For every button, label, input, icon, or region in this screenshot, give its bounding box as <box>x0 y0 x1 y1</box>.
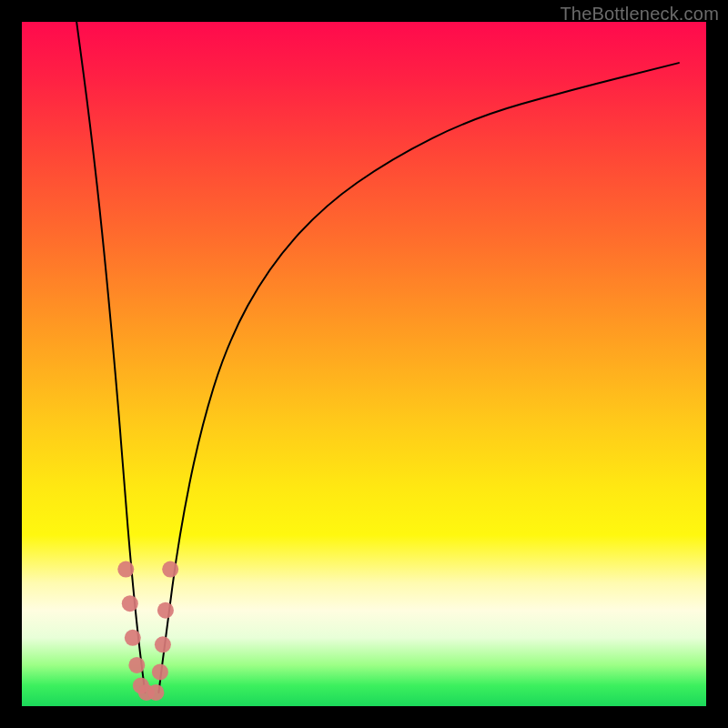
marker-dot <box>147 684 164 701</box>
marker-dot <box>152 663 168 680</box>
chart-svg <box>22 22 706 706</box>
marker-dot <box>157 602 174 619</box>
marker-dot <box>155 636 171 652</box>
chart-frame: TheBottleneck.com <box>0 0 728 728</box>
marker-dot <box>122 595 138 612</box>
marker-dot <box>128 657 145 673</box>
curve-left-branch <box>76 22 145 693</box>
marker-dot <box>125 630 141 646</box>
marker-dot <box>162 561 178 578</box>
curve-right-branch <box>158 63 679 693</box>
marker-dot <box>117 561 134 578</box>
plot-area <box>22 22 706 706</box>
